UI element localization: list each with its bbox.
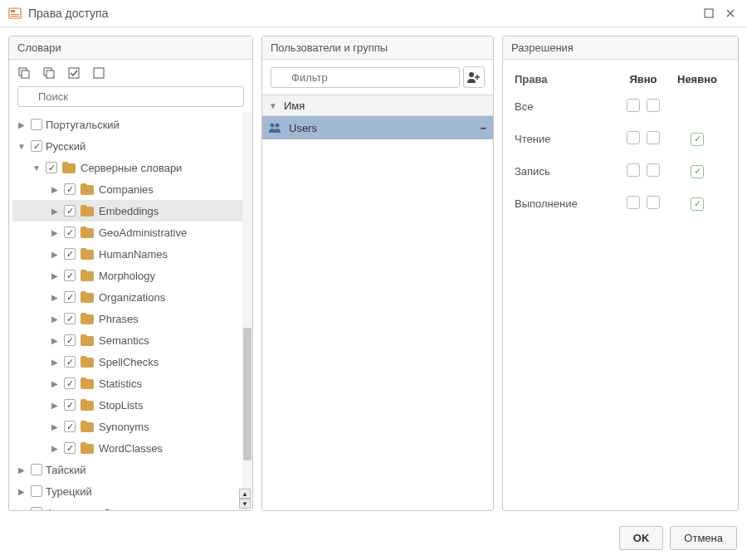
tree-row[interactable]: ▶Phrases xyxy=(12,308,252,329)
dictionaries-header: Словари xyxy=(9,37,252,60)
tree-row[interactable]: ▶StopLists xyxy=(12,394,252,416)
scroll-up-button[interactable]: ▲ xyxy=(239,489,251,499)
expand-icon[interactable]: ▶ xyxy=(49,185,61,194)
tree-row[interactable]: ▶Statistics xyxy=(12,373,252,394)
maximize-button[interactable] xyxy=(701,5,717,22)
expand-icon[interactable]: ▶ xyxy=(49,444,61,453)
perm-label: Выполнение xyxy=(515,197,618,210)
scrollbar-thumb[interactable] xyxy=(243,328,251,460)
checkbox[interactable] xyxy=(64,183,76,195)
explicit-checkbox[interactable] xyxy=(627,99,640,112)
remove-user-icon[interactable]: − xyxy=(480,122,486,134)
perm-col-explicit: Явно xyxy=(618,73,668,85)
tree-row[interactable]: ▶Французский xyxy=(12,502,252,510)
tree-row[interactable]: ▶Semantics xyxy=(12,329,252,351)
tree-row[interactable]: ▶Synonyms xyxy=(12,416,252,437)
expand-icon[interactable]: ▶ xyxy=(49,271,61,280)
tree-row[interactable]: ▶Турецкий xyxy=(12,480,252,502)
scroll-down-button[interactable]: ▼ xyxy=(239,499,251,509)
tree-row[interactable]: ▶Companies xyxy=(12,178,252,200)
scrollbar-track[interactable] xyxy=(242,112,252,510)
checkbox[interactable] xyxy=(64,442,76,454)
tree-label: StopLists xyxy=(99,399,143,411)
check-all-icon[interactable] xyxy=(67,66,81,80)
checkbox[interactable] xyxy=(64,313,76,324)
checkbox[interactable] xyxy=(64,421,76,432)
expand-icon[interactable]: ▶ xyxy=(49,314,61,324)
expand-icon[interactable]: ▶ xyxy=(49,422,61,431)
tree-label: Турецкий xyxy=(46,485,92,498)
svg-point-14 xyxy=(271,124,275,128)
explicit-checkbox[interactable] xyxy=(627,131,640,144)
checkbox[interactable] xyxy=(64,205,76,217)
checkbox[interactable] xyxy=(31,140,42,152)
app-icon xyxy=(8,7,22,20)
users-filter-input[interactable] xyxy=(271,67,460,88)
implicit-checkbox xyxy=(691,197,704,211)
close-button[interactable] xyxy=(722,5,739,22)
user-label: Users xyxy=(289,122,317,134)
tree-row[interactable]: ▶HumanNames xyxy=(12,243,252,265)
checkbox[interactable] xyxy=(64,399,76,411)
cancel-button[interactable]: Отмена xyxy=(670,526,737,550)
explicit-checkbox[interactable] xyxy=(647,196,660,209)
tree-label: Synonyms xyxy=(99,421,149,433)
explicit-checkbox[interactable] xyxy=(647,99,660,112)
expand-icon[interactable]: ▶ xyxy=(49,250,61,259)
checkbox[interactable] xyxy=(64,356,76,368)
users-column-header[interactable]: ▼ Имя xyxy=(262,95,493,116)
dict-search-input[interactable] xyxy=(17,86,244,107)
tree-label: Statistics xyxy=(99,377,142,390)
checkbox[interactable] xyxy=(64,248,76,260)
tree-row[interactable]: ▼Серверные словари xyxy=(12,157,252,178)
checkbox[interactable] xyxy=(31,119,42,130)
expand-icon[interactable]: ▶ xyxy=(16,120,27,129)
tree-row[interactable]: ▶Тайский xyxy=(12,459,252,480)
collapse-icon[interactable]: ▼ xyxy=(31,163,42,173)
svg-rect-9 xyxy=(69,68,79,78)
explicit-checkbox[interactable] xyxy=(647,163,660,177)
expand-icon[interactable]: ▶ xyxy=(16,465,27,475)
add-user-button[interactable] xyxy=(463,66,485,88)
ok-button[interactable]: OK xyxy=(619,526,664,550)
expand-icon[interactable]: ▶ xyxy=(49,207,61,216)
explicit-checkbox[interactable] xyxy=(627,196,640,209)
sort-icon[interactable]: ▼ xyxy=(269,101,277,110)
perm-label: Запись xyxy=(515,165,618,178)
user-row[interactable]: Users− xyxy=(262,116,493,139)
tree-row[interactable]: ▶Morphology xyxy=(12,265,252,286)
checkbox[interactable] xyxy=(64,291,76,303)
tree-row[interactable]: ▶SpellChecks xyxy=(12,351,252,373)
checkbox[interactable] xyxy=(46,162,57,173)
tree-row[interactable]: ▶GeoAdministrative xyxy=(12,222,252,243)
expand-icon[interactable]: ▶ xyxy=(49,358,61,367)
checkbox[interactable] xyxy=(31,507,42,510)
expand-icon[interactable]: ▶ xyxy=(49,293,61,302)
tree-row[interactable]: ▶WordClasses xyxy=(12,437,252,459)
checkbox[interactable] xyxy=(31,464,42,475)
explicit-checkbox[interactable] xyxy=(627,163,640,177)
checkbox[interactable] xyxy=(64,270,76,281)
perm-label: Чтение xyxy=(515,133,618,145)
tree-row[interactable]: ▼Русский xyxy=(12,135,252,157)
checkbox[interactable] xyxy=(31,485,42,497)
checkbox[interactable] xyxy=(64,334,76,346)
tree-row[interactable]: ▶Португальский xyxy=(12,114,252,135)
tree-row[interactable]: ▶Organizations xyxy=(12,286,252,308)
expand-icon[interactable]: ▶ xyxy=(49,379,61,388)
uncheck-all-icon[interactable] xyxy=(92,66,105,80)
checkbox[interactable] xyxy=(64,226,76,238)
expand-all-icon[interactable] xyxy=(17,66,31,80)
collapse-icon[interactable]: ▼ xyxy=(16,142,27,151)
expand-icon[interactable]: ▶ xyxy=(49,228,61,237)
tree-label: Embeddings xyxy=(99,205,159,217)
dict-tree[interactable]: ▶Португальский▼Русский▼Серверные словари… xyxy=(9,112,252,510)
expand-icon[interactable]: ▶ xyxy=(49,401,61,410)
expand-icon[interactable]: ▶ xyxy=(16,487,27,496)
expand-icon[interactable]: ▶ xyxy=(49,336,61,345)
tree-row[interactable]: ▶Embeddings xyxy=(12,200,252,222)
checkbox[interactable] xyxy=(64,377,76,389)
explicit-checkbox[interactable] xyxy=(647,131,660,144)
collapse-all-icon[interactable] xyxy=(42,66,56,80)
expand-icon[interactable]: ▶ xyxy=(16,509,27,511)
